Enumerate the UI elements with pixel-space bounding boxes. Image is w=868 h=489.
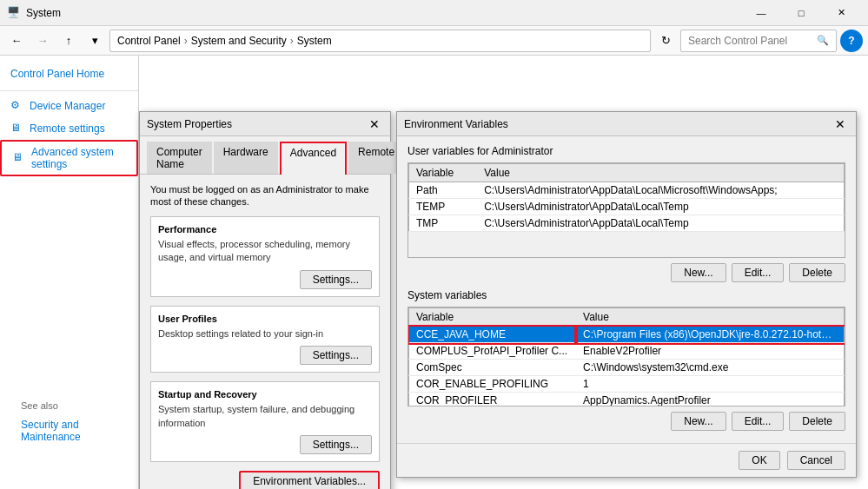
user-var-row[interactable]: TMPC:\Users\Administrator\AppData\Local\…	[409, 215, 845, 232]
sys-vars-table: Variable Value CCE_JAVA_HOMEC:\Program F…	[408, 307, 845, 406]
sidebar-item-label: Advanced system settings	[31, 146, 126, 170]
performance-section: Performance Visual effects, processor sc…	[150, 216, 380, 297]
sys-var-row[interactable]: COR_PROFILERAppDynamics.AgentProfiler	[409, 393, 845, 407]
sys-vars-label: System variables	[407, 289, 845, 301]
sys-vars-table-container[interactable]: Variable Value CCE_JAVA_HOMEC:\Program F…	[407, 307, 845, 406]
env-ok-button[interactable]: OK	[739, 451, 779, 470]
breadcrumb-part-1[interactable]: Control Panel	[117, 35, 181, 47]
startup-settings-button[interactable]: Settings...	[300, 435, 372, 454]
sys-new-button[interactable]: New...	[671, 412, 726, 431]
user-profiles-btn-row: Settings...	[158, 346, 372, 365]
breadcrumb-part-2[interactable]: System and Security	[191, 35, 287, 47]
dialog-close-button[interactable]: ✕	[366, 116, 383, 133]
search-input[interactable]	[688, 35, 813, 47]
sys-var-row[interactable]: ComSpecC:\Windows\system32\cmd.exe	[409, 360, 845, 376]
env-footer: OK Cancel	[397, 443, 856, 477]
user-var-row[interactable]: PathC:\Users\Administrator\AppData\Local…	[409, 182, 845, 199]
user-vars-label: User variables for Administrator	[407, 145, 845, 157]
maximize-button[interactable]: □	[781, 0, 821, 26]
system-properties-dialog: System Properties ✕ Computer Name Hardwa…	[139, 111, 391, 489]
sys-var-cell: ComSpec	[409, 360, 577, 376]
user-new-button[interactable]: New...	[671, 263, 726, 282]
title-bar: 🖥️ System — □ ✕	[0, 0, 868, 26]
sidebar-home[interactable]: Control Panel Home	[0, 64, 138, 87]
environment-variables-dialog: Environment Variables ✕ User variables f…	[396, 111, 857, 478]
env-dialog-title: Environment Variables	[404, 118, 832, 130]
user-vars-table: Variable Value PathC:\Users\Administrato…	[408, 163, 845, 232]
device-manager-icon: ⚙	[10, 99, 24, 113]
startup-desc: System startup, system failure, and debu…	[158, 403, 372, 430]
sidebar-item-device-manager[interactable]: ⚙ Device Manager	[0, 95, 138, 117]
login-msg-text: You must be logged on as an Administrato…	[150, 184, 369, 207]
tab-advanced[interactable]: Advanced	[280, 142, 347, 175]
sys-var-cell: COR_PROFILER	[409, 393, 577, 407]
user-profiles-title: User Profiles	[158, 314, 372, 324]
sidebar-item-remote-settings[interactable]: 🖥 Remote settings	[0, 117, 138, 140]
main-content: Control Panel Home ⚙ Device Manager 🖥 Re…	[0, 56, 868, 489]
sys-edit-button[interactable]: Edit...	[732, 412, 785, 431]
up-button[interactable]: ↑	[57, 30, 80, 52]
dialog-title: System Properties	[147, 118, 366, 130]
user-vars-table-container[interactable]: Variable Value PathC:\Users\Administrato…	[407, 162, 845, 258]
close-button[interactable]: ✕	[821, 0, 861, 26]
back-button[interactable]: ←	[5, 30, 28, 52]
sys-var-col: Variable	[409, 308, 577, 327]
env-cancel-button[interactable]: Cancel	[787, 451, 845, 470]
window-title: System	[26, 7, 741, 19]
performance-btn-row: Settings...	[158, 270, 372, 289]
sys-var-row[interactable]: COMPLUS_ProfAPI_Profiler C...EnableV2Pro…	[409, 343, 845, 360]
user-var-cell: TMP	[409, 215, 478, 232]
user-profiles-desc: Desktop settings related to your sign-in	[158, 327, 372, 340]
sidebar-item-label: Device Manager	[30, 100, 105, 112]
security-maintenance-label: Security and Maintenance	[21, 419, 118, 443]
sys-delete-button[interactable]: Delete	[789, 412, 845, 431]
help-button[interactable]: ?	[840, 30, 863, 52]
breadcrumb: Control Panel › System and Security › Sy…	[109, 30, 651, 52]
performance-title: Performance	[158, 224, 372, 235]
env-dialog-close-button[interactable]: ✕	[832, 116, 849, 133]
refresh-button[interactable]: ↻	[654, 30, 677, 52]
environment-variables-button[interactable]: Environment Variables...	[239, 471, 380, 489]
user-var-row[interactable]: TEMPC:\Users\Administrator\AppData\Local…	[409, 199, 845, 215]
address-bar: ← → ↑ ▾ Control Panel › System and Secur…	[0, 26, 868, 56]
user-delete-button[interactable]: Delete	[789, 263, 845, 282]
remote-settings-icon: 🖥	[10, 122, 24, 135]
user-value-col: Value	[477, 164, 844, 182]
tab-computer-name[interactable]: Computer Name	[147, 142, 212, 174]
sys-var-cell: COR_ENABLE_PROFILING	[409, 376, 577, 393]
title-bar-buttons: — □ ✕	[741, 0, 861, 26]
minimize-button[interactable]: —	[741, 0, 781, 26]
sys-value-cell: C:\Program Files (x86)\OpenJDK\jre-8.0.2…	[576, 327, 844, 343]
sidebar: Control Panel Home ⚙ Device Manager 🖥 Re…	[0, 56, 139, 489]
tab-hardware[interactable]: Hardware	[214, 142, 278, 174]
user-var-col: Variable	[409, 164, 478, 182]
startup-box: Startup and Recovery System startup, sys…	[150, 381, 380, 462]
sys-var-row[interactable]: CCE_JAVA_HOMEC:\Program Files (x86)\Open…	[409, 327, 845, 343]
sys-value-cell: EnableV2Profiler	[576, 343, 844, 360]
see-also-label: See also	[10, 390, 129, 414]
sys-value-cell: AppDynamics.AgentProfiler	[576, 393, 844, 407]
dialog-content: You must be logged on as an Administrato…	[140, 175, 390, 489]
sys-value-col: Value	[576, 308, 844, 327]
startup-recovery-section: Startup and Recovery System startup, sys…	[150, 381, 380, 462]
user-var-cell: Path	[409, 182, 478, 199]
advanced-system-icon: 🖥	[12, 151, 26, 165]
forward-button[interactable]: →	[31, 30, 54, 52]
env-dialog-title-bar: Environment Variables ✕	[397, 112, 856, 136]
recent-button[interactable]: ▾	[83, 30, 106, 52]
user-profiles-settings-button[interactable]: Settings...	[300, 346, 372, 365]
sys-value-cell: 1	[576, 376, 844, 393]
user-value-cell: C:\Users\Administrator\AppData\Local\Mic…	[477, 182, 844, 199]
user-var-cell: TEMP	[409, 199, 478, 215]
performance-desc: Visual effects, processor scheduling, me…	[158, 238, 372, 265]
sys-var-row[interactable]: COR_ENABLE_PROFILING1	[409, 376, 845, 393]
sidebar-item-label: Remote settings	[30, 122, 105, 135]
sidebar-item-advanced-system[interactable]: 🖥 Advanced system settings	[0, 140, 138, 176]
env-content: User variables for Administrator Variabl…	[397, 136, 856, 439]
breadcrumb-part-3[interactable]: System	[297, 35, 332, 47]
sidebar-security-maintenance[interactable]: Security and Maintenance	[10, 414, 129, 447]
user-profiles-section: User Profiles Desktop settings related t…	[150, 306, 380, 373]
performance-settings-button[interactable]: Settings...	[300, 270, 372, 289]
user-profiles-box: User Profiles Desktop settings related t…	[150, 306, 380, 373]
user-edit-button[interactable]: Edit...	[732, 263, 785, 282]
